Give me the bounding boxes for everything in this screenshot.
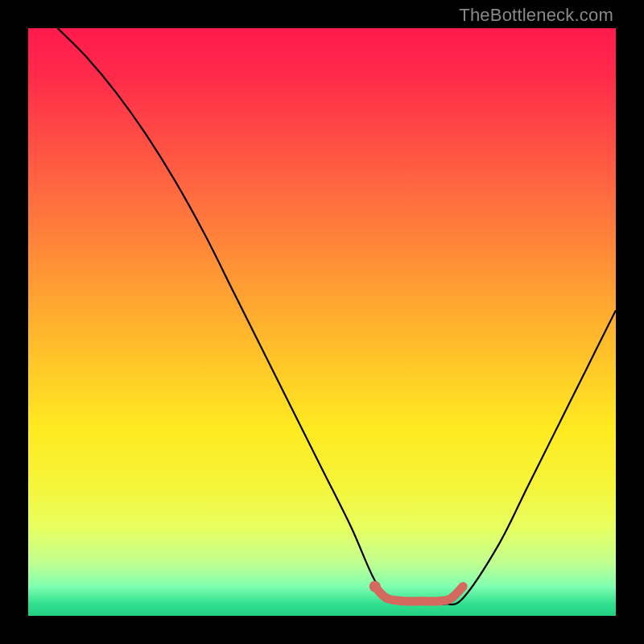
plot-area xyxy=(28,28,616,616)
bottleneck-curve xyxy=(58,28,617,605)
chart-container: TheBottleneck.com xyxy=(0,0,644,644)
optimal-marker-line xyxy=(375,587,464,602)
optimal-marker-dot xyxy=(369,581,381,592)
watermark-text: TheBottleneck.com xyxy=(459,5,613,26)
curve-svg xyxy=(28,28,616,616)
